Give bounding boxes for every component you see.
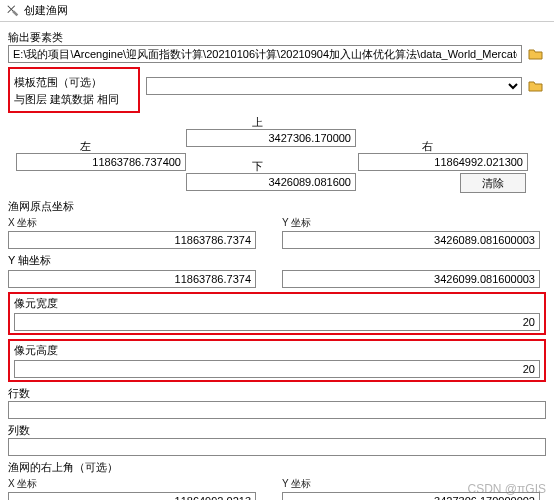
yaxis-x-input[interactable] — [8, 270, 256, 288]
upper-right-x-label: X 坐标 — [8, 477, 272, 491]
upper-right-x-input[interactable] — [8, 492, 256, 500]
clear-extent-button[interactable]: 清除 — [460, 173, 526, 193]
cell-height-label: 像元高度 — [14, 343, 540, 358]
upper-right-section-label: 渔网的右上角（可选） — [8, 460, 546, 475]
extent-left-input[interactable] — [16, 153, 186, 171]
template-extent-select[interactable] — [146, 77, 522, 95]
browse-template-button[interactable] — [526, 77, 546, 95]
origin-section-label: 渔网原点坐标 — [8, 199, 546, 214]
extent-top-input[interactable] — [186, 129, 356, 147]
yaxis-y-input[interactable] — [282, 270, 540, 288]
folder-open-icon — [528, 79, 544, 93]
extent-right-input[interactable] — [358, 153, 528, 171]
extent-bottom-input[interactable] — [186, 173, 356, 191]
output-label: 输出要素类 — [8, 30, 546, 45]
template-extent-value: 与图层 建筑数据 相同 — [14, 92, 134, 107]
cell-width-input[interactable] — [14, 313, 540, 331]
upper-right-y-label: Y 坐标 — [282, 477, 546, 491]
origin-y-label: Y 坐标 — [282, 216, 546, 230]
origin-x-input[interactable] — [8, 231, 256, 249]
extent-top-label: 上 — [252, 115, 263, 130]
template-extent-label: 模板范围（可选） — [14, 75, 134, 90]
cols-input[interactable] — [8, 438, 546, 456]
browse-output-button[interactable] — [526, 45, 546, 63]
folder-open-icon — [528, 47, 544, 61]
extent-right-label: 右 — [422, 139, 433, 154]
cols-label: 列数 — [8, 423, 546, 438]
origin-y-input[interactable] — [282, 231, 540, 249]
cell-width-label: 像元宽度 — [14, 296, 540, 311]
origin-x-label: X 坐标 — [8, 216, 272, 230]
yaxis-section-label: Y 轴坐标 — [8, 253, 546, 268]
upper-right-y-input[interactable] — [282, 492, 540, 500]
extent-left-label: 左 — [80, 139, 91, 154]
output-path-input[interactable] — [8, 45, 522, 63]
rows-label: 行数 — [8, 386, 546, 401]
window-title: 创建渔网 — [24, 3, 68, 18]
rows-input[interactable] — [8, 401, 546, 419]
tool-icon — [6, 4, 20, 18]
extent-bottom-label: 下 — [252, 159, 263, 174]
cell-height-input[interactable] — [14, 360, 540, 378]
